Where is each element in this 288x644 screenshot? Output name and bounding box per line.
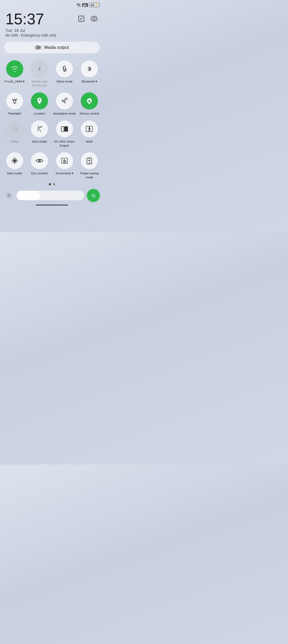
multiwindow-tile[interactable]: Multi xyxy=(78,119,102,149)
svg-line-19 xyxy=(12,99,13,99)
svg-line-55 xyxy=(11,194,11,194)
silent-mode-tile-icon xyxy=(56,60,73,77)
eye-comfort-tile-label: Eye comfort xyxy=(31,171,48,175)
svg-rect-23 xyxy=(89,100,90,101)
location-tile-icon xyxy=(31,92,48,109)
vision-engine-tile-icon xyxy=(56,120,73,138)
mobile-data-tile-label: Mobile dataNo SIM card xyxy=(32,80,47,88)
sim-info: No SIM - Emergency calls only xyxy=(5,33,56,37)
aeroplane-tile-icon xyxy=(56,92,73,109)
header-icons xyxy=(77,14,99,23)
dark-mode-tile-label: Dark mode xyxy=(7,171,22,175)
svg-point-8 xyxy=(93,18,95,20)
flashlight-tile-label: Flashlight xyxy=(8,112,21,116)
svg-rect-26 xyxy=(16,129,17,130)
dark-mode-tile-icon xyxy=(6,152,23,169)
wifi-icon xyxy=(76,3,81,7)
edit-button[interactable] xyxy=(77,14,86,23)
svg-point-21 xyxy=(39,99,40,101)
mobile-data-tile[interactable]: Mobile dataNo SIM card xyxy=(28,59,52,89)
header: 15:37 Tue, 16 Jul No SIM - Emergency cal… xyxy=(0,8,104,42)
brightness-slider[interactable] xyxy=(17,191,84,200)
silent-mode-tile-label: Silent mode xyxy=(56,80,73,84)
svg-line-20 xyxy=(17,99,17,99)
multiwindow-tile-icon xyxy=(81,120,98,138)
svg-rect-45 xyxy=(88,158,90,158)
brightness-fill xyxy=(17,191,40,200)
status-icons: 19 ⚡ xyxy=(76,3,100,7)
bluetooth-tile[interactable]: Bluetooth ▾ xyxy=(78,59,102,89)
aeroplane-tile-label: Aeroplane mode xyxy=(53,112,76,116)
svg-rect-28 xyxy=(61,127,64,131)
bluetooth-tile-label: Bluetooth ▾ xyxy=(82,80,97,84)
power-saving-tile-label: Power saving mode xyxy=(78,171,101,179)
media-output-label: Media output xyxy=(44,45,69,50)
wifi-tile-icon xyxy=(6,60,23,77)
settings-button[interactable] xyxy=(90,14,99,23)
power-saving-tile-icon xyxy=(81,152,98,169)
clock: 15:37 xyxy=(5,10,56,28)
brightness-bar: A xyxy=(4,189,100,202)
wallet-tile[interactable]: Wallet xyxy=(3,119,27,149)
svg-line-54 xyxy=(11,197,11,198)
page-dots xyxy=(0,183,104,185)
vision-engine-tile-label: O1 Ultra Vision Engine xyxy=(53,140,76,148)
page-dot-1[interactable] xyxy=(49,183,51,185)
wallet-tile-label: Wallet xyxy=(10,140,19,144)
svg-line-56 xyxy=(7,197,8,198)
flashlight-tile[interactable]: Flashlight xyxy=(3,91,27,117)
svg-marker-7 xyxy=(91,16,98,22)
svg-line-53 xyxy=(7,194,8,194)
wallet-tile-icon xyxy=(6,120,23,138)
silent-mode-tile[interactable]: Silent mode xyxy=(53,59,77,89)
battery-icon: 19 ⚡ xyxy=(89,3,100,7)
vision-engine-tile[interactable]: O1 Ultra Vision Engine xyxy=(53,119,77,149)
screenshot-tile-icon xyxy=(56,152,73,169)
home-indicator[interactable] xyxy=(36,205,68,206)
page-dot-2[interactable] xyxy=(53,183,55,185)
brightness-auto-button[interactable]: A xyxy=(87,189,100,202)
svg-rect-1 xyxy=(83,5,84,7)
svg-point-40 xyxy=(39,160,40,161)
location-tile[interactable]: Location xyxy=(28,91,52,117)
dark-mode-tile[interactable]: Dark mode xyxy=(3,151,27,181)
eye-comfort-tile-icon xyxy=(31,152,48,169)
bluetooth-tile-icon xyxy=(81,60,98,77)
device-control-tile-icon xyxy=(81,92,98,109)
no-signal-icon xyxy=(82,3,88,7)
multiwindow-tile-label: Multi xyxy=(86,140,93,144)
auto-rotate-tile-label: Auto-rotate xyxy=(32,140,47,144)
brightness-sun-icon xyxy=(4,191,14,200)
aeroplane-tile[interactable]: Aeroplane mode xyxy=(53,91,77,117)
auto-rotate-tile[interactable]: Auto-rotate xyxy=(28,119,52,149)
screenshot-tile-label: Screenshot ▾ xyxy=(55,171,73,175)
location-tile-label: Location xyxy=(34,112,45,116)
status-bar: 19 ⚡ xyxy=(0,0,104,8)
mobile-data-tile-icon xyxy=(31,60,48,77)
media-output-button[interactable]: Media output xyxy=(4,42,100,53)
svg-rect-30 xyxy=(65,127,68,131)
wifi-tile-label: P-Link_18A8 ▾ xyxy=(5,80,25,84)
eye-comfort-tile[interactable]: Eye comfort xyxy=(28,151,52,181)
svg-rect-16 xyxy=(14,100,16,103)
time-section: 15:37 Tue, 16 Jul No SIM - Emergency cal… xyxy=(5,10,56,37)
auto-rotate-tile-icon xyxy=(31,120,48,138)
svg-point-48 xyxy=(8,194,10,197)
wifi-tile[interactable]: P-Link_18A8 ▾ xyxy=(3,59,27,89)
device-control-tile[interactable]: Device control xyxy=(78,91,102,117)
screenshot-tile[interactable]: Screenshot ▾ xyxy=(53,151,77,181)
device-control-tile-label: Device control xyxy=(80,112,99,116)
power-saving-tile[interactable]: Power saving mode xyxy=(78,151,102,181)
flashlight-tile-icon xyxy=(6,92,23,109)
quick-tiles-grid: P-Link_18A8 ▾ Mobile dataNo SIM card Sil… xyxy=(0,59,104,181)
date: Tue, 16 Jul xyxy=(5,28,56,33)
svg-point-34 xyxy=(13,159,16,162)
svg-point-11 xyxy=(39,47,40,48)
svg-text:A: A xyxy=(94,196,96,198)
